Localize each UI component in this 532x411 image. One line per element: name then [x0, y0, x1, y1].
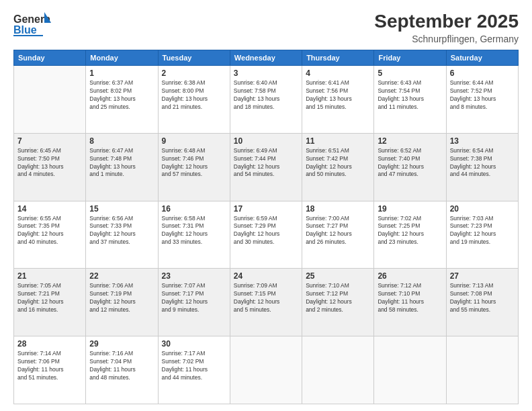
day-number: 23: [162, 271, 226, 281]
header: General Blue September 2025 Schnurpfling…: [13, 11, 519, 44]
day-info: Sunrise: 6:54 AMSunset: 7:38 PMDaylight:…: [450, 147, 515, 179]
table-row: 6Sunrise: 6:44 AMSunset: 7:52 PMDaylight…: [446, 66, 518, 134]
table-row: [446, 336, 518, 404]
table-row: 28Sunrise: 7:14 AMSunset: 7:06 PMDayligh…: [14, 336, 86, 404]
title-block: September 2025 Schnurpflingen, Germany: [374, 11, 519, 44]
day-info: Sunrise: 6:56 AMSunset: 7:33 PMDaylight:…: [89, 215, 154, 247]
table-row: [374, 336, 446, 404]
day-number: 9: [162, 136, 226, 146]
day-number: 29: [89, 339, 154, 349]
table-row: 8Sunrise: 6:47 AMSunset: 7:48 PMDaylight…: [86, 133, 158, 201]
day-info: Sunrise: 7:02 AMSunset: 7:25 PMDaylight:…: [378, 215, 442, 247]
table-row: 18Sunrise: 7:00 AMSunset: 7:27 PMDayligh…: [302, 201, 374, 269]
table-row: 26Sunrise: 7:12 AMSunset: 7:10 PMDayligh…: [374, 269, 446, 336]
table-row: 2Sunrise: 6:38 AMSunset: 8:00 PMDaylight…: [158, 66, 230, 134]
logo-icon: General Blue: [13, 11, 51, 38]
day-number: 14: [17, 204, 82, 214]
logo: General Blue: [13, 11, 51, 38]
day-info: Sunrise: 6:43 AMSunset: 7:54 PMDaylight:…: [378, 79, 442, 111]
day-number: 30: [162, 339, 226, 349]
day-info: Sunrise: 7:09 AMSunset: 7:15 PMDaylight:…: [234, 282, 298, 314]
day-info: Sunrise: 6:52 AMSunset: 7:40 PMDaylight:…: [378, 147, 442, 179]
day-number: 16: [162, 204, 226, 214]
day-info: Sunrise: 7:03 AMSunset: 7:23 PMDaylight:…: [450, 215, 515, 247]
col-wednesday: Wednesday: [230, 50, 302, 66]
table-row: 3Sunrise: 6:40 AMSunset: 7:58 PMDaylight…: [230, 66, 302, 134]
day-number: 24: [234, 271, 298, 281]
day-info: Sunrise: 6:55 AMSunset: 7:35 PMDaylight:…: [17, 215, 82, 247]
day-info: Sunrise: 7:16 AMSunset: 7:04 PMDaylight:…: [89, 350, 154, 382]
sub-title: Schnurpflingen, Germany: [374, 34, 519, 44]
day-info: Sunrise: 7:10 AMSunset: 7:12 PMDaylight:…: [306, 282, 370, 314]
calendar-row: 28Sunrise: 7:14 AMSunset: 7:06 PMDayligh…: [14, 336, 519, 404]
table-row: 29Sunrise: 7:16 AMSunset: 7:04 PMDayligh…: [86, 336, 158, 404]
day-number: 21: [17, 271, 82, 281]
calendar-table: Sunday Monday Tuesday Wednesday Thursday…: [13, 50, 519, 404]
col-monday: Monday: [86, 50, 158, 66]
day-number: 7: [17, 136, 82, 146]
day-info: Sunrise: 7:13 AMSunset: 7:08 PMDaylight:…: [450, 282, 515, 314]
day-number: 3: [234, 68, 298, 78]
calendar-header-row: Sunday Monday Tuesday Wednesday Thursday…: [14, 50, 519, 66]
table-row: 24Sunrise: 7:09 AMSunset: 7:15 PMDayligh…: [230, 269, 302, 336]
page: General Blue September 2025 Schnurpfling…: [0, 0, 532, 411]
table-row: 15Sunrise: 6:56 AMSunset: 7:33 PMDayligh…: [86, 201, 158, 269]
table-row: 9Sunrise: 6:48 AMSunset: 7:46 PMDaylight…: [158, 133, 230, 201]
day-info: Sunrise: 7:12 AMSunset: 7:10 PMDaylight:…: [378, 282, 442, 314]
table-row: 13Sunrise: 6:54 AMSunset: 7:38 PMDayligh…: [446, 133, 518, 201]
day-number: 4: [306, 68, 370, 78]
day-info: Sunrise: 6:45 AMSunset: 7:50 PMDaylight:…: [17, 147, 82, 179]
main-title: September 2025: [374, 11, 519, 32]
day-info: Sunrise: 7:05 AMSunset: 7:21 PMDaylight:…: [17, 282, 82, 314]
table-row: 19Sunrise: 7:02 AMSunset: 7:25 PMDayligh…: [374, 201, 446, 269]
day-info: Sunrise: 6:37 AMSunset: 8:02 PMDaylight:…: [89, 79, 154, 111]
table-row: 11Sunrise: 6:51 AMSunset: 7:42 PMDayligh…: [302, 133, 374, 201]
day-number: 27: [450, 271, 515, 281]
day-info: Sunrise: 6:41 AMSunset: 7:56 PMDaylight:…: [306, 79, 370, 111]
day-info: Sunrise: 7:00 AMSunset: 7:27 PMDaylight:…: [306, 215, 370, 247]
table-row: 20Sunrise: 7:03 AMSunset: 7:23 PMDayligh…: [446, 201, 518, 269]
table-row: 12Sunrise: 6:52 AMSunset: 7:40 PMDayligh…: [374, 133, 446, 201]
day-number: 28: [17, 339, 82, 349]
day-info: Sunrise: 6:58 AMSunset: 7:31 PMDaylight:…: [162, 215, 226, 247]
day-number: 11: [306, 136, 370, 146]
table-row: 14Sunrise: 6:55 AMSunset: 7:35 PMDayligh…: [14, 201, 86, 269]
day-info: Sunrise: 7:06 AMSunset: 7:19 PMDaylight:…: [89, 282, 154, 314]
day-number: 12: [378, 136, 442, 146]
day-info: Sunrise: 6:51 AMSunset: 7:42 PMDaylight:…: [306, 147, 370, 179]
table-row: 30Sunrise: 7:17 AMSunset: 7:02 PMDayligh…: [158, 336, 230, 404]
day-number: 13: [450, 136, 515, 146]
day-number: 20: [450, 204, 515, 214]
calendar-row: 1Sunrise: 6:37 AMSunset: 8:02 PMDaylight…: [14, 66, 519, 134]
calendar-row: 21Sunrise: 7:05 AMSunset: 7:21 PMDayligh…: [14, 269, 519, 336]
day-info: Sunrise: 6:38 AMSunset: 8:00 PMDaylight:…: [162, 79, 226, 111]
table-row: 21Sunrise: 7:05 AMSunset: 7:21 PMDayligh…: [14, 269, 86, 336]
table-row: 16Sunrise: 6:58 AMSunset: 7:31 PMDayligh…: [158, 201, 230, 269]
day-number: 18: [306, 204, 370, 214]
day-info: Sunrise: 6:44 AMSunset: 7:52 PMDaylight:…: [450, 79, 515, 111]
day-number: 6: [450, 68, 515, 78]
table-row: [230, 336, 302, 404]
col-tuesday: Tuesday: [158, 50, 230, 66]
table-row: 22Sunrise: 7:06 AMSunset: 7:19 PMDayligh…: [86, 269, 158, 336]
table-row: 25Sunrise: 7:10 AMSunset: 7:12 PMDayligh…: [302, 269, 374, 336]
day-number: 8: [89, 136, 154, 146]
col-saturday: Saturday: [446, 50, 518, 66]
day-number: 26: [378, 271, 442, 281]
table-row: 5Sunrise: 6:43 AMSunset: 7:54 PMDaylight…: [374, 66, 446, 134]
day-number: 22: [89, 271, 154, 281]
day-number: 19: [378, 204, 442, 214]
day-info: Sunrise: 6:48 AMSunset: 7:46 PMDaylight:…: [162, 147, 226, 179]
col-friday: Friday: [374, 50, 446, 66]
table-row: [302, 336, 374, 404]
table-row: [14, 66, 86, 134]
day-info: Sunrise: 7:07 AMSunset: 7:17 PMDaylight:…: [162, 282, 226, 314]
day-number: 15: [89, 204, 154, 214]
col-sunday: Sunday: [14, 50, 86, 66]
table-row: 7Sunrise: 6:45 AMSunset: 7:50 PMDaylight…: [14, 133, 86, 201]
day-number: 2: [162, 68, 226, 78]
calendar-row: 14Sunrise: 6:55 AMSunset: 7:35 PMDayligh…: [14, 201, 519, 269]
table-row: 10Sunrise: 6:49 AMSunset: 7:44 PMDayligh…: [230, 133, 302, 201]
day-number: 25: [306, 271, 370, 281]
day-number: 5: [378, 68, 442, 78]
